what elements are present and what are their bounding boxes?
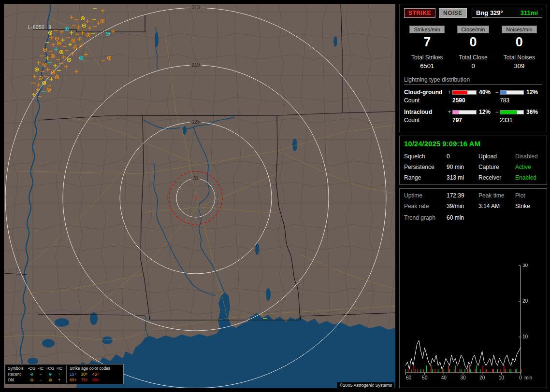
noises-per-min-value: 0: [496, 35, 542, 50]
age-45: 45+: [92, 371, 99, 377]
close-per-min-value: 0: [450, 35, 496, 50]
plot-label: Plot: [515, 192, 542, 199]
minus-icon: −: [36, 377, 45, 383]
cg-minus-pct: 12%: [524, 89, 542, 96]
cg-minus-count: 783: [500, 97, 524, 104]
capture-status: Active: [515, 164, 542, 170]
noises-per-min-chip[interactable]: Noises/min: [502, 26, 536, 33]
svg-text:20: 20: [479, 375, 485, 380]
peak-time-value: 3:14 AM: [478, 203, 515, 210]
age-60: 60+: [70, 377, 76, 383]
plus-icon: +: [55, 371, 64, 377]
ic-plus-count: 797: [452, 117, 477, 124]
trend-panel: Uptime 172:39 Peak time Plot Peak rate 3…: [399, 188, 547, 388]
info-grid: Uptime 172:39 Peak time Plot Peak rate 3…: [404, 192, 542, 210]
trend-graph-label: Trend graph: [404, 214, 447, 221]
svg-text:20: 20: [522, 298, 528, 304]
svg-text:min: min: [524, 375, 532, 380]
map-canvas[interactable]: 31321912531 L-60509: [4, 4, 395, 388]
total-close-value: 0: [450, 62, 496, 70]
circle-plus-icon: ⊕: [45, 371, 55, 377]
legend-age-title: Strike age color codes: [66, 365, 121, 371]
status-panel: 10/24/2025 9:09:16 AM Squelch 0 Upload D…: [399, 136, 547, 185]
range-value: 313 mi: [447, 174, 478, 181]
persistence-label: Persistence: [404, 164, 447, 170]
circle-plus-icon: ⊕: [45, 377, 55, 383]
strikes-counter: Strikes/min 7 Total Strikes 6501: [404, 25, 450, 70]
close-per-min-chip[interactable]: Close/min: [457, 26, 490, 33]
squelch-label: Squelch: [404, 153, 447, 160]
noises-counter: Noises/min 0 Total Noises 309: [496, 25, 542, 70]
cloud-ground-label: Cloud-ground: [404, 89, 447, 96]
count-label: Count: [404, 117, 447, 124]
legend-old-ages: 60+ 75+ 90+: [66, 377, 121, 383]
cg-plus-bar: [452, 90, 477, 95]
svg-text:0: 0: [519, 375, 522, 380]
age-30: 30+: [81, 371, 87, 377]
sidebar: STRIKE NOISE Bng 329° 311mi Strikes/min …: [399, 4, 547, 388]
plus-icon: +: [55, 377, 64, 383]
cg-minus-bar: [500, 90, 524, 95]
svg-text:10: 10: [522, 334, 528, 339]
circle-minus-icon: ⊖: [27, 377, 36, 383]
cloud-ground-counts: Count 2590 783: [404, 97, 542, 104]
intracloud-row: Intracloud + 12% − 36%: [404, 109, 542, 115]
total-strikes-value: 6501: [404, 62, 450, 70]
upload-label: Upload: [478, 153, 515, 160]
legend-row-recent: Recent: [8, 371, 27, 377]
bearing-label: Bng 329°: [476, 9, 503, 16]
svg-text:40: 40: [441, 375, 447, 380]
close-counter: Close/min 0 Total Close 0: [450, 25, 496, 70]
legend-row-old: Old: [8, 377, 27, 383]
strikes-per-min-value: 7: [404, 35, 450, 50]
svg-text:60: 60: [406, 375, 412, 380]
legend-col-neg-ic: -IC: [36, 365, 45, 371]
copyright-notice: ©2005 Astrogenic Systems: [337, 382, 394, 388]
noise-mode-button[interactable]: NOISE: [439, 8, 467, 18]
age-75: 75+: [81, 377, 87, 383]
plot-value: Strike: [515, 203, 542, 210]
uptime-value: 172:39: [447, 192, 478, 199]
total-close-label: Total Close: [450, 54, 496, 61]
map-legend: Symbols -CG -IC +CG +IC Strike age color…: [5, 364, 124, 384]
svg-text:31: 31: [193, 176, 199, 181]
current-datetime: 10/24/2025 9:09:16 AM: [404, 140, 542, 148]
upload-status: Disabled: [515, 153, 542, 160]
legend-symbols-title: Symbols: [8, 365, 27, 371]
cloud-ground-row: Cloud-ground + 40% − 12%: [404, 89, 542, 96]
svg-text:10: 10: [499, 375, 505, 380]
age-15: 15+: [70, 371, 76, 377]
ic-minus-bar: [500, 110, 524, 114]
mode-toolbar: STRIKE NOISE Bng 329° 311mi: [404, 8, 542, 18]
strikes-per-min-chip[interactable]: Strikes/min: [409, 26, 444, 33]
svg-text:219: 219: [192, 62, 200, 68]
legend-col-pos-cg: +CG: [45, 365, 55, 371]
peak-rate-value: 39/min: [447, 203, 478, 210]
total-noises-value: 309: [496, 62, 542, 70]
legend-col-neg-cg: -CG: [27, 365, 36, 371]
map-view[interactable]: 31321912531 L-60509 Symbols -CG -IC +CG …: [4, 4, 395, 388]
persistence-value: 90 min: [447, 164, 478, 170]
cg-plus-pct: 40%: [477, 89, 494, 96]
trend-graph: 6050403020100min302010: [405, 264, 542, 384]
ic-plus-pct: 12%: [477, 109, 494, 115]
svg-text:313: 313: [192, 5, 200, 10]
capture-label: Capture: [478, 164, 515, 170]
plus-sign: +: [447, 109, 452, 115]
range-label: Range: [404, 174, 447, 181]
trend-graph-window: 60 min: [447, 214, 542, 221]
uptime-label: Uptime: [404, 192, 447, 199]
lightning-distribution: Lightning type distribution Cloud-ground…: [404, 76, 542, 124]
strike-mode-button[interactable]: STRIKE: [404, 8, 435, 18]
age-90: 90+: [92, 377, 99, 383]
receiver-label: Receiver: [478, 174, 515, 181]
svg-text:30: 30: [460, 375, 466, 380]
plus-sign: +: [447, 89, 452, 96]
intracloud-counts: Count 797 2331: [404, 117, 542, 124]
minus-icon: −: [36, 371, 45, 377]
bearing-readout: Bng 329° 311mi: [472, 8, 542, 18]
peak-time-label: Peak time: [478, 192, 515, 199]
status-grid: Squelch 0 Upload Disabled Persistence 90…: [404, 153, 542, 181]
total-strikes-label: Total Strikes: [404, 54, 450, 61]
receiver-status: Enabled: [515, 174, 542, 181]
